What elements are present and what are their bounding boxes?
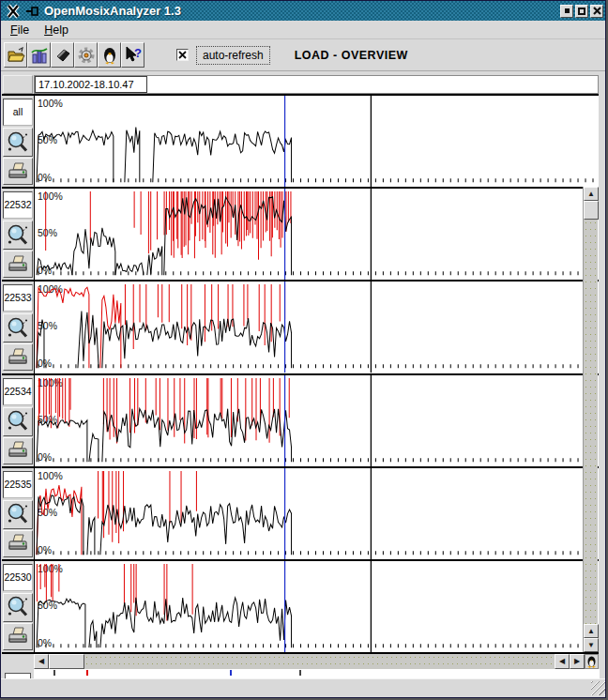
left-arrow-icon: ◀ [559,658,565,665]
print-node-button[interactable] [3,623,33,650]
up-arrow-icon: ▲ [587,628,595,635]
window-bottom-edge [1,697,606,698]
scroll-right-button[interactable]: ▶ [570,654,585,669]
node-controls: 22532 [2,189,34,280]
window-title: OpenMosixAnalyzer 1.3 [44,4,560,18]
vscroll-thumb[interactable] [584,201,599,220]
printer-icon [7,254,29,275]
node-row: 22532 100%50%0% [2,189,599,282]
open-file-button[interactable] [4,42,27,68]
auto-refresh-label[interactable]: auto-refresh [196,46,270,65]
svg-text:100%: 100% [38,98,63,109]
x11-logo-icon [6,4,21,19]
checkmark-x-icon [178,51,187,59]
scroll-up-button[interactable]: ▲ [584,187,599,201]
clipped-chart-mark [53,670,55,676]
node-controls: all [2,96,34,187]
print-node-button[interactable] [3,343,33,371]
date-field[interactable]: 17.10.2002-18.10.47 [35,76,147,93]
up-arrow-icon: ▲ [587,190,595,198]
corner-widget [3,75,33,94]
magnifier-icon [6,316,30,341]
menu-file[interactable]: File [3,22,37,38]
titlebar[interactable]: OpenMosixAnalyzer 1.3 [1,1,606,21]
print-node-button[interactable] [3,158,33,185]
printer-icon [7,440,29,461]
vscroll-track[interactable] [584,220,598,624]
vertical-scrollbar: ▲ ▲ ▼ [583,187,598,652]
zoom-node-button[interactable] [3,128,33,157]
openmosix-button[interactable] [98,42,121,68]
openmosix-penguin-icon [101,46,118,65]
minimize-button[interactable] [560,5,573,18]
magnifier-icon [6,595,30,619]
menu-help[interactable]: Help [37,22,76,38]
horizontal-scrollbar: ◀ ◀ ▶ [34,654,599,669]
zoom-node-button[interactable] [3,500,33,529]
magnifier-icon [6,223,30,248]
clipped-chart-mark [230,670,232,676]
node-label: 22533 [3,284,33,312]
hscroll-track[interactable] [84,654,555,669]
minimize-icon [565,8,570,13]
zoom-node-button[interactable] [3,407,33,436]
scroll-up-button-bottom[interactable]: ▲ [584,624,599,638]
date-strip: 17.10.2002-18.10.47 [34,75,599,94]
auto-refresh-checkbox[interactable] [176,49,189,61]
zoom-node-button[interactable] [3,593,33,622]
statusbar [1,678,606,697]
printer-icon [7,347,29,368]
svg-text:50%: 50% [38,320,57,331]
node-controls: 22530 [2,561,34,652]
left-arrow-icon: ◀ [38,658,44,665]
maximize-button[interactable] [575,5,588,18]
down-arrow-icon: ▼ [587,642,595,649]
close-button[interactable] [590,5,603,18]
svg-text:50%: 50% [38,134,57,145]
close-icon [593,7,601,15]
clipped-chart-mark [86,670,88,676]
settings-gear-icon [77,46,96,65]
magnifier-icon [6,409,30,434]
print-node-button[interactable] [3,251,33,278]
clipped-row-strip [2,669,600,678]
clear-button[interactable] [51,42,74,68]
printer-icon [7,161,29,182]
svg-text:0%: 0% [38,544,52,555]
zoom-node-button[interactable] [3,221,33,250]
whats-this-button[interactable]: ? [121,42,144,68]
node-label: 22532 [3,191,33,219]
load-chart: 100%50%0% [34,282,599,373]
right-arrow-icon: ▶ [574,658,580,665]
toolbar: ? auto-refresh LOAD - OVERVIEW [1,39,606,71]
hscroll-thumb[interactable] [49,654,84,669]
settings-button[interactable] [74,42,98,68]
node-controls: 22534 [2,375,34,466]
zoom-node-button[interactable] [3,313,33,342]
printer-icon [7,533,29,554]
bottom-edge-notch [29,697,59,698]
penguin-corner-button[interactable] [585,654,599,669]
svg-text:100%: 100% [38,190,63,202]
node-controls: 22533 [2,282,34,373]
statistics-button[interactable] [27,42,51,68]
scroll-down-button[interactable]: ▼ [584,638,599,652]
node-label: 22535 [3,471,33,498]
menubar: File Help [1,21,606,39]
load-chart: 100%50%0% [34,561,599,652]
node-row: 22530 100%50%0% [2,561,599,654]
pin-icon [25,4,40,19]
print-node-button[interactable] [3,530,33,557]
node-row: 22534 100%50%0% [2,375,599,468]
print-node-button[interactable] [3,437,33,464]
load-chart: 100%50%0% [34,189,599,280]
whats-this-icon: ? [124,46,143,64]
maximize-icon [578,8,585,15]
load-chart: 100%50%0% [34,96,599,187]
resize-grip[interactable] [591,681,605,695]
scroll-left-button-right[interactable]: ◀ [555,654,570,669]
scroll-left-button[interactable]: ◀ [34,654,49,669]
view-heading: LOAD - OVERVIEW [295,49,408,62]
statistics-chart-icon [30,46,49,64]
node-controls: 22535 [2,468,34,559]
